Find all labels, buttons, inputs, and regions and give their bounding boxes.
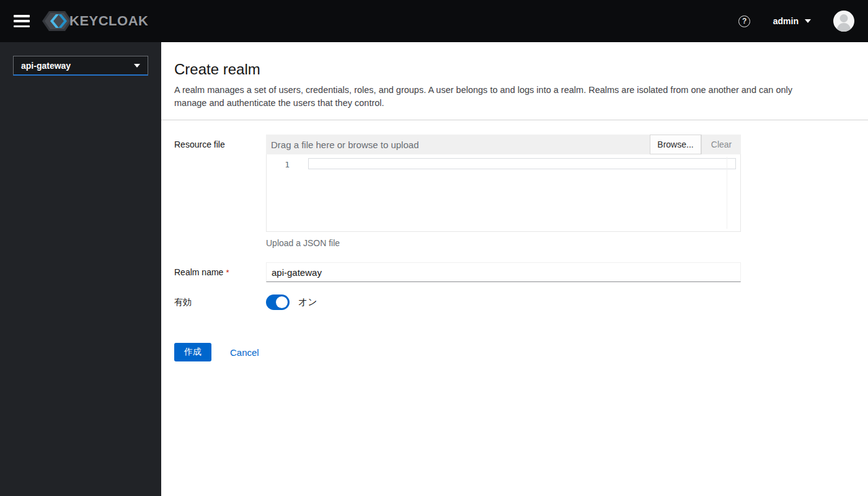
actions-row: 作成 Cancel [174, 343, 868, 361]
chevron-down-icon [134, 64, 140, 68]
enabled-state-text: オン [298, 296, 317, 308]
enabled-label: 有効 [174, 297, 266, 308]
file-upload-input[interactable] [266, 135, 650, 154]
realm-selector[interactable]: api-gateway [13, 56, 148, 76]
editor-line-number: 1 [267, 160, 290, 169]
sidebar: api-gateway [0, 42, 161, 496]
realm-selector-value: api-gateway [21, 61, 71, 71]
hamburger-menu-icon[interactable] [14, 15, 30, 27]
main-content: Create realm A realm manages a set of us… [161, 42, 868, 496]
create-realm-form: Resource file Browse... Clear 1 Upload [161, 120, 868, 361]
editor-active-line [308, 158, 736, 169]
masthead: KEYCLOAK ? admin [0, 0, 868, 42]
keycloak-logo-icon [41, 9, 73, 33]
editor-scrollbar [727, 157, 727, 229]
realm-name-row: Realm name* [174, 262, 868, 282]
user-avatar-icon[interactable] [833, 11, 854, 32]
json-code-editor[interactable]: 1 [266, 154, 741, 232]
page-description: A realm manages a set of users, credenti… [174, 84, 826, 110]
chevron-down-icon [805, 19, 811, 23]
clear-button[interactable]: Clear [701, 135, 741, 154]
page-header: Create realm A realm manages a set of us… [161, 42, 868, 120]
brand-text: KEYCLOAK [69, 13, 148, 29]
enabled-toggle[interactable] [266, 294, 290, 310]
create-button[interactable]: 作成 [174, 343, 211, 361]
keycloak-admin-console: KEYCLOAK ? admin api-gateway Create real… [0, 0, 868, 496]
required-indicator: * [226, 268, 229, 277]
keycloak-logo[interactable]: KEYCLOAK [41, 9, 148, 33]
realm-name-input[interactable] [266, 262, 741, 282]
upload-helper-text: Upload a JSON file [266, 238, 741, 248]
question-circle-icon: ? [738, 16, 750, 27]
file-upload-bar: Browse... Clear [266, 135, 741, 154]
resource-file-row: Resource file Browse... Clear 1 Upload [174, 135, 868, 248]
resource-file-label: Resource file [174, 135, 266, 248]
page-title: Create realm [174, 61, 836, 78]
enabled-row: 有効 オン [174, 294, 868, 310]
realm-name-label: Realm name [174, 267, 223, 277]
browse-button[interactable]: Browse... [650, 135, 701, 154]
cancel-link[interactable]: Cancel [230, 347, 259, 358]
user-dropdown[interactable]: admin [773, 16, 811, 26]
help-button[interactable]: ? [737, 14, 752, 29]
username: admin [773, 16, 799, 26]
